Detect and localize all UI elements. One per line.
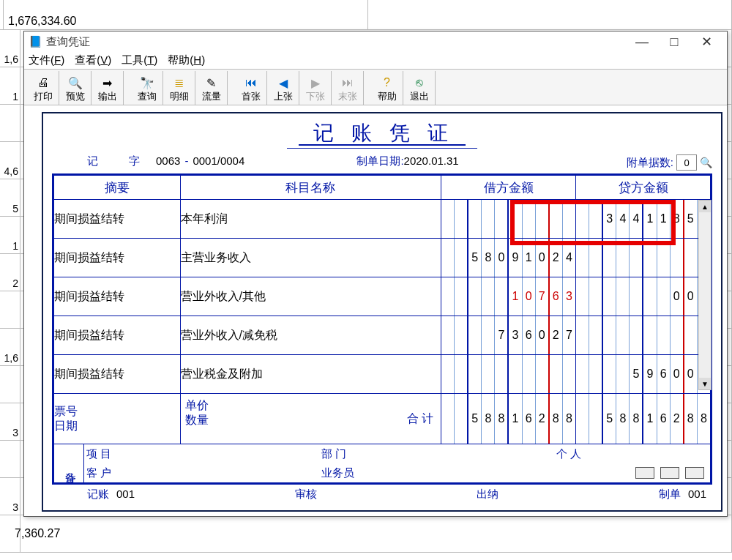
tb-exit[interactable]: ⎋退出 <box>403 71 436 105</box>
summary-cell[interactable]: 期间损益结转 <box>54 200 181 239</box>
debit-cell[interactable] <box>441 200 576 239</box>
credit-cell[interactable] <box>576 316 711 355</box>
tb-next: ▶下张 <box>299 71 332 105</box>
toolbar: 🖨打印 🔍预览 ➡输出 🔭查询 ≣明细 ✎流量 ⏮首张 ◀上张 ▶下张 ⏭末张 … <box>24 69 727 105</box>
voucher-row[interactable]: 期间损益结转营业外收入/减免税736027 <box>54 316 711 355</box>
mini-icon-1[interactable] <box>635 467 654 479</box>
minimize-button[interactable]: — <box>626 32 658 51</box>
tb-help[interactable]: ?帮助 <box>371 71 403 105</box>
tb-last: ⏭末张 <box>332 71 364 105</box>
voucher-row[interactable]: 期间损益结转营业税金及附加596007 <box>54 355 711 394</box>
tb-prev[interactable]: ◀上张 <box>267 71 299 105</box>
export-icon: ➡ <box>100 75 116 90</box>
exit-icon: ⎋ <box>411 75 427 90</box>
credit-cell[interactable]: 000 <box>576 277 711 316</box>
doc-title: 记账凭证 <box>43 113 721 150</box>
bg-top-value: 1,676,334.60 <box>4 0 368 29</box>
remarks-row: 备注 项 目 部 门 个 人 客 户 业务员 <box>54 444 711 483</box>
attach-count-input[interactable] <box>676 154 697 171</box>
menubar: 文件(F) 查看(V) 工具(T) 帮助(H) <box>24 52 727 69</box>
total-row: 票号 日期 单价 数量 合 计 58816288 58816 <box>54 394 711 444</box>
th-summary: 摘要 <box>54 176 181 200</box>
list-icon: ≣ <box>171 75 187 90</box>
subject-cell[interactable]: 本年利润 <box>180 200 441 239</box>
credit-cell[interactable]: 34411853 <box>576 200 711 239</box>
credit-cell[interactable]: 596007 <box>576 355 711 394</box>
debit-cell[interactable]: 10763 <box>441 277 576 316</box>
doc-footer: 记账001 审核 出纳 制单001 <box>43 485 721 504</box>
voucher-window: 📘 查询凭证 — □ ✕ 文件(F) 查看(V) 工具(T) 帮助(H) 🖨打印… <box>23 31 728 517</box>
voucher-row[interactable]: 期间损益结转本年利润34411853 <box>54 200 711 239</box>
total-left: 票号 日期 <box>54 394 181 444</box>
magnifier-icon[interactable]: 🔍 <box>700 157 712 168</box>
summary-cell[interactable]: 期间损益结转 <box>54 355 181 394</box>
th-credit: 贷方金额 <box>576 176 711 200</box>
printer-icon: 🖨 <box>35 75 51 90</box>
voucher-scrollbar[interactable]: ▲ ▼ <box>698 200 712 390</box>
first-icon: ⏮ <box>243 75 259 90</box>
help-icon: ? <box>379 75 395 90</box>
summary-cell[interactable]: 期间损益结转 <box>54 277 181 316</box>
total-credit: 58816288 <box>576 394 711 444</box>
maximize-button[interactable]: □ <box>658 32 690 51</box>
window-title: 查询凭证 <box>46 35 626 49</box>
bg-bottom-value: 7,360.27 <box>15 527 60 540</box>
subject-cell[interactable]: 主营业务收入 <box>180 239 441 277</box>
subject-cell[interactable]: 营业外收入/其他 <box>180 277 441 316</box>
last-icon: ⏭ <box>340 75 356 90</box>
scroll-down-icon[interactable]: ▼ <box>699 378 711 389</box>
summary-cell[interactable]: 期间损益结转 <box>54 239 181 277</box>
tb-print[interactable]: 🖨打印 <box>27 71 59 105</box>
titlebar[interactable]: 📘 查询凭证 — □ ✕ <box>24 31 727 52</box>
voucher-row[interactable]: 期间损益结转营业外收入/其他10763000 <box>54 277 711 316</box>
debit-cell[interactable]: 736027 <box>441 316 576 355</box>
next-icon: ▶ <box>307 75 324 90</box>
tb-detail[interactable]: ≣明细 <box>163 71 195 105</box>
close-button[interactable]: ✕ <box>690 32 722 51</box>
tb-preview[interactable]: 🔍预览 <box>59 71 92 105</box>
th-subject: 科目名称 <box>180 176 441 200</box>
prev-icon: ◀ <box>275 75 291 90</box>
scroll-up-icon[interactable]: ▲ <box>699 201 711 212</box>
mini-icon-2[interactable] <box>660 467 679 479</box>
preview-icon: 🔍 <box>67 75 83 90</box>
voucher-row[interactable]: 期间损益结转主营业务收入58091024 <box>54 239 711 277</box>
credit-cell[interactable] <box>576 239 711 277</box>
debit-cell[interactable]: 58091024 <box>441 239 576 277</box>
app-icon: 📘 <box>29 35 42 48</box>
subject-cell[interactable]: 营业税金及附加 <box>180 355 441 394</box>
voucher-document: 记账凭证 记 字 0063 - 0001/0004 制单日期:2020.01.3… <box>42 112 722 512</box>
tb-export[interactable]: ➡输出 <box>92 71 124 105</box>
remarks-icons[interactable] <box>605 463 707 482</box>
flow-icon: ✎ <box>203 75 220 90</box>
menu-help[interactable]: 帮助(H) <box>168 53 205 67</box>
menu-file[interactable]: 文件(F) <box>29 53 64 67</box>
debit-cell[interactable] <box>441 355 576 394</box>
tb-flow[interactable]: ✎流量 <box>195 71 228 105</box>
mini-icon-3[interactable] <box>685 467 704 479</box>
summary-cell[interactable]: 期间损益结转 <box>54 316 181 355</box>
subject-cell[interactable]: 营业外收入/减免税 <box>180 316 441 355</box>
th-debit: 借方金额 <box>441 176 576 200</box>
menu-tools[interactable]: 工具(T) <box>122 53 157 67</box>
menu-view[interactable]: 查看(V) <box>75 53 111 67</box>
binoculars-icon: 🔭 <box>139 75 155 90</box>
voucher-table: 摘要 科目名称 借方金额 贷方金额 期间损益结转本年利润34411853期间损益… <box>52 173 712 485</box>
doc-meta: 记 字 0063 - 0001/0004 制单日期:2020.01.31 附单据… <box>43 150 721 173</box>
tb-query[interactable]: 🔭查询 <box>131 71 163 105</box>
remarks-label: 备注 <box>57 444 84 482</box>
total-label: 合 计 <box>407 411 433 427</box>
total-debit: 58816288 <box>441 394 576 444</box>
tb-first[interactable]: ⏮首张 <box>235 71 267 105</box>
